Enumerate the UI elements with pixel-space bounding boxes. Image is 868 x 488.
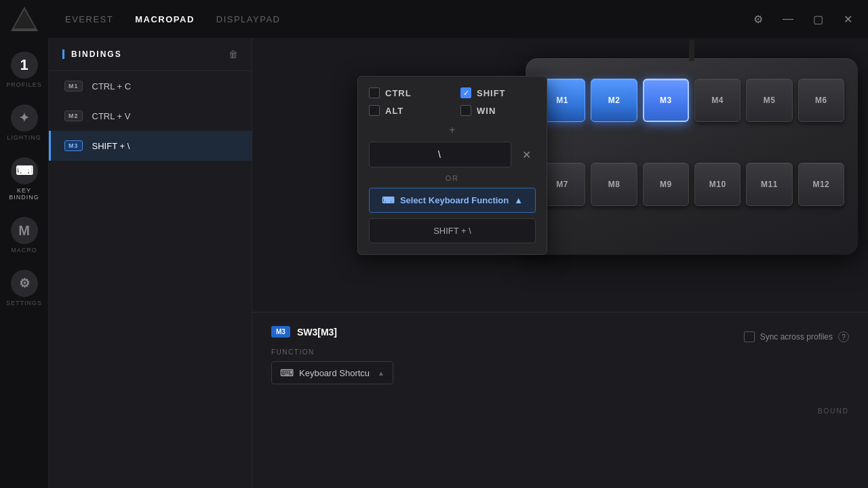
sidebar-item-keybinding[interactable]: ⌨ KEY BINDING [3,152,46,206]
app-logo [11,8,43,30]
function-value: Keyboard Shortcu [299,368,370,378]
macro-key-m3[interactable]: M3 [643,79,689,122]
alt-label: ALT [385,106,403,116]
function-dropdown[interactable]: ⌨ Keyboard Shortcu ▲ [271,361,393,384]
select-keyboard-function-button[interactable]: ⌨ Select Keyboard Function ▲ [369,188,536,213]
m2-badge: M2 [64,110,83,121]
device-render: M1 M2 M3 M4 M5 M6 M7 M8 M9 M10 M11 M12 [526,58,858,275]
ctrl-label: CTRL [385,88,412,98]
sync-row: Sync across profiles ? [744,331,849,342]
ctrl-modifier[interactable]: CTRL [369,87,444,98]
sidebar-item-lighting[interactable]: ✦ LIGHTING [3,99,46,146]
sync-label: Sync across profiles [760,332,833,342]
window-controls: ⚙ — ▢ ✕ [749,9,857,28]
win-label: WIN [477,106,496,116]
settings-button[interactable]: ⚙ [749,9,768,28]
lighting-icon: ✦ [11,104,38,131]
nav-displaypad[interactable]: DISPLAYPAD [216,12,281,27]
titlebar: EVEREST MACROPAD DISPLAYPAD ⚙ — ▢ ✕ [0,0,868,38]
select-kbd-arrow: ▲ [514,195,523,205]
keyboard-popup: CTRL ✓ SHIFT ALT WIN + \ ✕ [357,76,547,255]
alt-modifier[interactable]: ALT [369,105,444,116]
or-divider: OR [369,174,536,182]
shift-modifier[interactable]: ✓ SHIFT [460,87,536,98]
lighting-label: LIGHTING [7,134,41,141]
shortcut-display: SHIFT + \ [369,218,536,243]
clear-key-button[interactable]: ✕ [517,145,536,164]
macro-key-m2[interactable]: M2 [591,79,637,122]
nav-everest[interactable]: EVEREST [65,12,113,27]
close-button[interactable]: ✕ [838,9,857,28]
win-modifier[interactable]: WIN [460,105,536,116]
delete-binding-button[interactable]: 🗑 [229,49,238,60]
binding-item-m3[interactable]: M3 SHIFT + \ [49,131,252,161]
macro-key-m10[interactable]: M10 [694,163,741,206]
sidebar-item-macro[interactable]: M MACRO [3,211,46,259]
keybinding-icon: ⌨ [11,157,38,184]
device-body: M1 M2 M3 M4 M5 M6 M7 M8 M9 M10 M11 M12 [526,58,858,255]
sw-badge: M3 [271,326,290,338]
macro-key-m8[interactable]: M8 [591,163,637,206]
bottom-panel: Sync across profiles ? M3 SW3[M3] BOUND … [252,312,868,488]
macro-key-m11[interactable]: M11 [746,163,792,206]
macro-key-m12[interactable]: M12 [798,163,844,206]
main-layout: 1 PROFILES ✦ LIGHTING ⌨ KEY BINDING M MA… [0,38,868,488]
function-label: FUNCTION [271,348,849,356]
keybinding-label: KEY BINDING [5,187,43,201]
sync-checkbox[interactable] [744,331,755,342]
select-kbd-label: Select Keyboard Function [400,195,509,205]
macro-key-m4[interactable]: M4 [694,79,741,122]
sidebar: 1 PROFILES ✦ LIGHTING ⌨ KEY BINDING M MA… [0,38,49,488]
settings-icon: ⚙ [11,270,38,297]
sidebar-item-settings[interactable]: ⚙ SETTINGS [3,264,46,312]
bound-label: BOUND [818,407,849,415]
m2-label: CTRL + V [92,111,131,121]
function-arrow-icon: ▲ [378,369,384,377]
macro-key-m5[interactable]: M5 [746,79,792,122]
macro-label: MACRO [11,247,37,253]
ctrl-checkbox[interactable] [369,87,380,98]
bindings-sidebar: BINDINGS 🗑 M1 CTRL + C M2 CTRL + V M3 SH… [49,38,252,488]
profiles-icon: 1 [11,52,38,79]
nav-bar: EVEREST MACROPAD DISPLAYPAD [65,12,727,27]
binding-item-m1[interactable]: M1 CTRL + C [49,71,252,101]
alt-checkbox[interactable] [369,105,380,116]
sw-label: SW3[M3] [297,327,337,338]
bindings-title: BINDINGS [62,49,122,59]
macro-key-m6[interactable]: M6 [798,79,844,122]
shift-checkbox[interactable]: ✓ [460,87,471,98]
profiles-label: PROFILES [6,81,42,88]
key-row-2: M7 M8 M9 M10 M11 M12 [539,163,844,241]
binding-item-m2[interactable]: M2 CTRL + V [49,101,252,131]
m1-label: CTRL + C [92,81,132,92]
settings-label: SETTINGS [6,300,42,306]
device-area: M1 M2 M3 M4 M5 M6 M7 M8 M9 M10 M11 M12 [515,38,868,323]
key-input-row: \ ✕ [369,142,536,167]
minimize-button[interactable]: — [778,9,797,28]
kbd-icon: ⌨ [382,195,395,205]
shift-label: SHIFT [477,88,506,98]
modifier-row: CTRL ✓ SHIFT ALT WIN [369,87,536,116]
sync-help-button[interactable]: ? [838,331,849,342]
bindings-header: BINDINGS 🗑 [49,38,252,71]
plus-divider: + [369,124,536,136]
key-input[interactable]: \ [369,142,511,167]
m3-badge: M3 [64,140,83,151]
maximize-button[interactable]: ▢ [808,9,827,28]
macro-icon: M [11,217,38,244]
function-row: FUNCTION ⌨ Keyboard Shortcu ▲ [271,348,849,384]
content-area: M1 M2 M3 M4 M5 M6 M7 M8 M9 M10 M11 M12 [252,38,868,488]
sidebar-item-profiles[interactable]: 1 PROFILES [3,46,46,94]
win-checkbox[interactable] [460,105,471,116]
nav-macropad[interactable]: MACROPAD [135,12,195,27]
macro-key-m9[interactable]: M9 [643,163,689,206]
key-row-1: M1 M2 M3 M4 M5 M6 [539,79,844,157]
device-cable [689,39,694,61]
function-icon: ⌨ [280,367,294,378]
m1-badge: M1 [64,81,83,92]
m3-label: SHIFT + \ [92,141,130,151]
